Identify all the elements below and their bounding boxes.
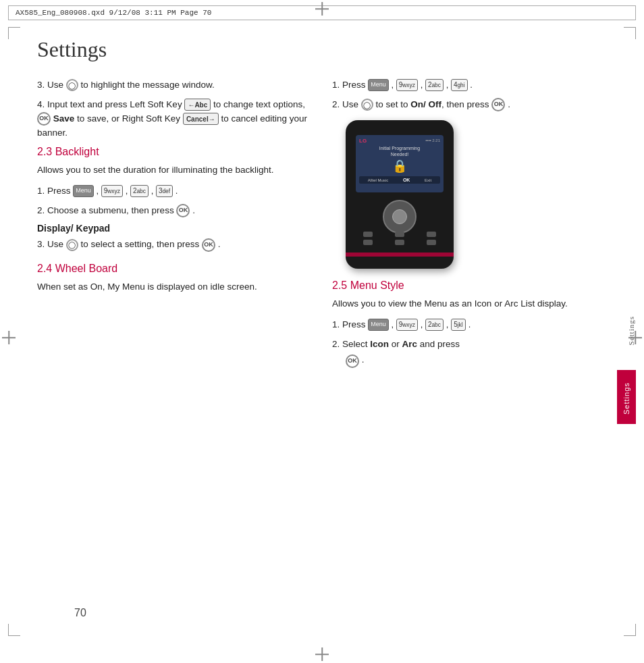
phone-screen-content: LG ▪▪▪▪ 2:21 Initial ProgrammingNeeded! … [356, 135, 444, 186]
phone-nav-inner [392, 209, 407, 224]
phone-menu-alltel: Alltel Music [368, 178, 388, 182]
key-5jkl-25: 5jkl [451, 319, 466, 331]
nav-circle-3: ◯ [66, 79, 78, 91]
item4-text: 4. Input text and press Left Soft Key [37, 99, 184, 109]
section-23-heading: 2.3 Backlight [37, 146, 312, 158]
phone-key [395, 240, 404, 245]
item4-rest2: Save to save, or Right Soft Key [53, 113, 183, 124]
phone-keypad-area [352, 232, 447, 259]
comma3: , [151, 186, 156, 196]
section-25-heading: 2.5 Menu Style [332, 280, 607, 292]
s23-step3-rest: to select a setting, then press [81, 239, 202, 249]
corner-mark-br [624, 624, 636, 636]
right-step1: 1. Press Menu , 9wxyz , 2abc , 4ghi . [332, 78, 607, 92]
section-25-step1: 1. Press Menu , 9wxyz , 2abc , 5jkl . [332, 318, 607, 332]
ok-btn-4: OK [37, 112, 51, 126]
phone-key [395, 232, 404, 237]
section-23-step3: 3. Use ◯ to select a setting, then press… [37, 238, 312, 252]
key-9wxyz-23: 9wxyz [101, 185, 123, 197]
right-step2: 2. Use ◯ to set to On/ Off, then press O… [332, 98, 607, 112]
nav-circle-23-3: ◯ [66, 239, 78, 251]
r-step2-dot: . [508, 99, 510, 109]
key-2abc-23: 2abc [130, 185, 149, 197]
reg-cross-left [2, 331, 16, 344]
phone-menu-ok: OK [403, 178, 410, 182]
s23-step1-text: 1. Press [37, 186, 73, 196]
col-left: 3. Use ◯ to highlight the message window… [37, 78, 312, 373]
right-soft-key-cancel: Cancel→ [183, 113, 219, 125]
intro-item-3: 3. Use ◯ to highlight the message window… [37, 78, 312, 92]
section-23-step2: 2. Choose a submenu, then press OK . [37, 204, 312, 218]
s25-step2-text: 2. Select Icon or Arc and press [332, 339, 460, 349]
phone-lock-icon: 🔒 [359, 159, 440, 174]
key-menu-23: Menu [73, 185, 94, 197]
page-number: 70 [74, 607, 86, 619]
reg-cross-top [315, 2, 329, 16]
phone-menu-exit: Exit [425, 178, 431, 182]
phone-key-row2 [352, 240, 447, 245]
phone-key [427, 232, 436, 237]
ok-btn-23-3: OK [202, 238, 215, 252]
reg-cross-bottom [315, 647, 329, 661]
sidebar: Settings [616, 54, 636, 608]
section-24-desc: When set as On, My Menu is displayed on … [37, 280, 312, 294]
s23-step3-text: 3. Use [37, 239, 66, 249]
section-24-heading: 2.4 Wheel Board [37, 263, 312, 275]
intro-item-4: 4. Input text and press Left Soft Key ←A… [37, 98, 312, 140]
display-keypad-heading: Display/ Keypad [37, 223, 312, 234]
section-25-desc: Allows you to view the Menu as an Icon o… [332, 297, 607, 311]
section-25-step2: 2. Select Icon or Arc and press OK . [332, 338, 607, 368]
s23-step3-dot: . [218, 239, 221, 249]
key-2abc-r1: 2abc [425, 79, 444, 91]
key-menu-r1: Menu [368, 79, 389, 91]
phone-image: LG ▪▪▪▪ 2:21 Initial ProgrammingNeeded! … [346, 120, 454, 269]
content-columns: 3. Use ◯ to highlight the message window… [37, 78, 607, 373]
page-title: Settings [37, 37, 607, 62]
sidebar-highlight-text: Settings [618, 373, 635, 424]
phone-screen: LG ▪▪▪▪ 2:21 Initial ProgrammingNeeded! … [356, 135, 444, 192]
section-23: 2.3 Backlight Allows you to set the dura… [37, 146, 312, 253]
r-step1-text: 1. Press [332, 80, 368, 90]
s25-step1-text: 1. Press [332, 319, 368, 329]
main-content: Settings 3. Use ◯ to highlight the messa… [37, 37, 607, 626]
s25-step2-dot: . [362, 354, 365, 364]
s23-step2-text: 2. Choose a submenu, then press [37, 205, 176, 215]
ok-btn-23-2: OK [176, 204, 190, 217]
phone-key [427, 240, 436, 245]
header-text: AX585_Eng_080908.qxd 9/12/08 3:11 PM Pag… [16, 9, 211, 17]
corner-mark-tl [8, 27, 20, 39]
phone-logo: LG [359, 138, 367, 144]
item3-rest: to highlight the message window. [81, 80, 215, 90]
key-3def-23: 3def [156, 185, 173, 197]
ok-btn-25-2: OK [346, 354, 359, 368]
section-24: 2.4 Wheel Board When set as On, My Menu … [37, 263, 312, 294]
phone-programming-text: Initial ProgrammingNeeded! [359, 145, 440, 157]
corner-mark-tr [624, 27, 636, 39]
dot1: . [176, 186, 178, 196]
key-9wxyz-r1: 9wxyz [396, 79, 418, 91]
key-9wxyz-25: 9wxyz [396, 319, 418, 331]
section-23-step1: 1. Press Menu , 9wxyz , 2abc , 3def . [37, 184, 312, 198]
r-step2-text: 2. Use [332, 99, 361, 109]
key-menu-25: Menu [368, 319, 389, 331]
phone-key-row1 [352, 232, 447, 237]
section-25: 2.5 Menu Style Allows you to view the Me… [332, 280, 607, 368]
phone-key [363, 232, 373, 237]
col-right: 1. Press Menu , 9wxyz , 2abc , 4ghi . 2.… [332, 78, 607, 373]
ok-btn-r2: OK [491, 98, 505, 111]
s23-step2-dot: . [192, 205, 195, 215]
key-2abc-25: 2abc [425, 319, 444, 331]
key-4ghi-r1: 4ghi [451, 79, 468, 91]
phone-key [363, 240, 373, 245]
phone-nav [383, 200, 417, 234]
r-step2-rest: to set to On/ Off, then press [376, 99, 492, 109]
item3-number: 3. Use [37, 80, 66, 90]
comma1: , [97, 186, 101, 196]
section-23-desc: Allows you to set the duration for illum… [37, 163, 312, 178]
comma2: , [126, 186, 130, 196]
nav-circle-r2: ◯ [361, 99, 373, 111]
corner-mark-bl [8, 624, 20, 636]
sidebar-label: Settings [627, 316, 636, 345]
left-soft-key-abc: ←Abc [184, 99, 211, 111]
item4-rest1: to change text options, [213, 99, 305, 109]
